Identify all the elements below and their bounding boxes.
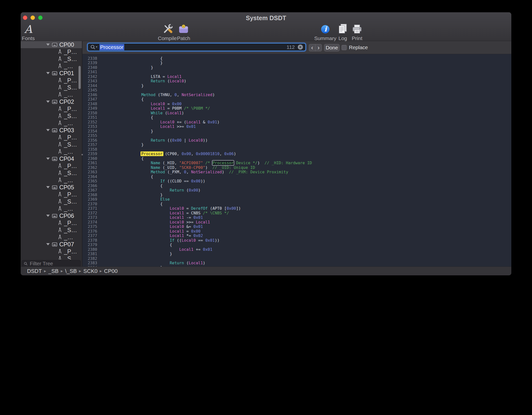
line-number: 2377 (82, 233, 100, 238)
code-line: 2378 If ((Local0 == 0x01)) (82, 238, 511, 243)
code-line: 2340 } (82, 65, 511, 70)
tree-item[interactable]: _S… (21, 169, 82, 177)
clear-search-button[interactable]: × (298, 44, 303, 50)
pane-splitter[interactable] (82, 41, 82, 267)
scope-icon (52, 71, 57, 76)
tree-item[interactable]: _S… (21, 141, 82, 148)
tree-item[interactable]: _P… (21, 191, 82, 198)
disclosure-triangle-icon[interactable] (46, 243, 50, 245)
window-chrome: System DSDT A Fonts Compile (21, 12, 511, 41)
tree-item[interactable]: _S… (21, 84, 82, 91)
disclosure-triangle-icon[interactable] (46, 129, 50, 131)
line-number: 2344 (82, 83, 100, 88)
method-compass-icon (58, 178, 62, 183)
tree-item-label: _… (64, 234, 73, 241)
filter-tree-input[interactable] (29, 260, 78, 267)
method-compass-icon (58, 220, 62, 225)
method-compass-icon (58, 63, 62, 69)
breadcrumb-item[interactable]: \_SB (65, 268, 77, 274)
code-text: } (100, 65, 153, 70)
find-next-button[interactable]: › (315, 44, 322, 51)
code-text: If ((CLOD == 0x00)) (100, 179, 205, 183)
line-number: 2345 (82, 88, 100, 92)
print-printer-icon (351, 23, 363, 35)
method-compass-icon (58, 120, 62, 126)
tree-item[interactable]: _P… (21, 162, 82, 169)
tree-group-cp04[interactable]: CP04 (21, 155, 82, 162)
disclosure-triangle-icon[interactable] (46, 101, 50, 103)
breadcrumb-item[interactable]: SCK0 (83, 268, 97, 274)
filter-tree-field[interactable] (22, 260, 81, 267)
line-number: 2376 (82, 229, 100, 234)
disclosure-triangle-icon[interactable] (46, 44, 50, 46)
tree-item[interactable]: _… (21, 148, 82, 155)
tree-item[interactable]: _… (21, 119, 82, 127)
breadcrumb-item[interactable]: _SB (48, 268, 59, 274)
code-text: Local1 += 0x01 (100, 247, 212, 252)
tree-item[interactable]: _… (21, 177, 82, 184)
search-options-icon[interactable] (90, 44, 98, 50)
breadcrumb-item[interactable]: CP00 (104, 268, 118, 274)
code-line: 2380 Local1 += 0x01 (82, 247, 511, 252)
line-number: 2350 (82, 111, 100, 115)
tree-item[interactable]: _P… (21, 134, 82, 141)
scope-icon (52, 128, 57, 133)
tree-item-label: _P… (64, 48, 77, 55)
tree-item[interactable]: _… (21, 91, 82, 98)
tree-group-cp07[interactable]: CP07 (21, 241, 82, 248)
code-text: { (100, 242, 172, 247)
line-number: 2349 (82, 106, 100, 111)
method-compass-icon (58, 85, 62, 90)
find-query-text[interactable]: Processor (99, 44, 124, 50)
sidebar-scrollbar[interactable] (78, 66, 81, 89)
tree-item[interactable]: _S… (21, 55, 82, 62)
tree-group-cp03[interactable]: CP03 (21, 127, 82, 134)
tree-group-label: CP02 (59, 98, 74, 105)
disclosure-triangle-icon[interactable] (46, 72, 50, 74)
tree-item[interactable]: _S… (21, 112, 82, 119)
line-number: 2367 (82, 188, 100, 193)
tree-group-cp01[interactable]: CP01 (21, 70, 82, 77)
tree-item[interactable]: _… (21, 234, 82, 241)
tree-item[interactable]: _P… (21, 248, 82, 255)
print-button[interactable]: Print (341, 23, 373, 41)
method-compass-icon (58, 192, 62, 197)
replace-checkbox[interactable] (342, 45, 347, 50)
tree-item[interactable]: _P… (21, 48, 82, 55)
tree-group-cp06[interactable]: CP06 (21, 212, 82, 219)
tree-item[interactable]: _… (21, 62, 82, 70)
splitter-grip[interactable] (81, 154, 83, 155)
tree-group-cp05[interactable]: CP05 (21, 184, 82, 191)
done-button[interactable]: Done (324, 44, 340, 51)
tree-item[interactable]: _S… (21, 198, 82, 205)
code-line: 2358 (82, 147, 511, 152)
tree-item[interactable]: _P… (21, 77, 82, 84)
tree-group-cp02[interactable]: CP02 (21, 98, 82, 105)
code-text: { (100, 183, 163, 188)
code-text: Local0 += (Local1 & 0x01) (100, 120, 219, 124)
find-previous-button[interactable]: ‹ (309, 44, 315, 51)
tree-item[interactable]: _P… (21, 219, 82, 226)
tree-item-label: _P… (64, 191, 77, 198)
method-compass-icon (58, 56, 62, 61)
patch-button[interactable]: Patch (168, 23, 200, 41)
tree-item[interactable]: _P… (21, 105, 82, 112)
fonts-button[interactable]: A Fonts (21, 23, 44, 41)
find-search-field[interactable]: Processor 112 × (87, 43, 306, 51)
line-number: 2348 (82, 102, 100, 106)
code-area[interactable]: 2338 {2339 }2340 }23412342 LSTA = Local1… (82, 54, 511, 267)
tree-item-label: _… (64, 177, 73, 184)
tree-group-cp00[interactable]: CP00 (21, 41, 82, 48)
disclosure-triangle-icon[interactable] (46, 186, 50, 188)
code-text: Local1 = CNBS /* \CNBS */ (100, 211, 229, 215)
breadcrumb-item[interactable]: DSDT (27, 268, 42, 274)
tree-item-label: _P… (64, 105, 77, 112)
disclosure-triangle-icon[interactable] (46, 158, 50, 160)
tree-group-label: CP06 (59, 212, 74, 219)
disclosure-triangle-icon[interactable] (46, 215, 50, 217)
tree-item[interactable]: _S… (21, 226, 82, 234)
tree-item[interactable]: _… (21, 205, 82, 212)
code-text: Method (_PXM, 0, NotSerialized) // _PXM:… (100, 170, 288, 174)
tree-item[interactable]: _S… (21, 255, 82, 259)
method-compass-icon (58, 256, 62, 259)
